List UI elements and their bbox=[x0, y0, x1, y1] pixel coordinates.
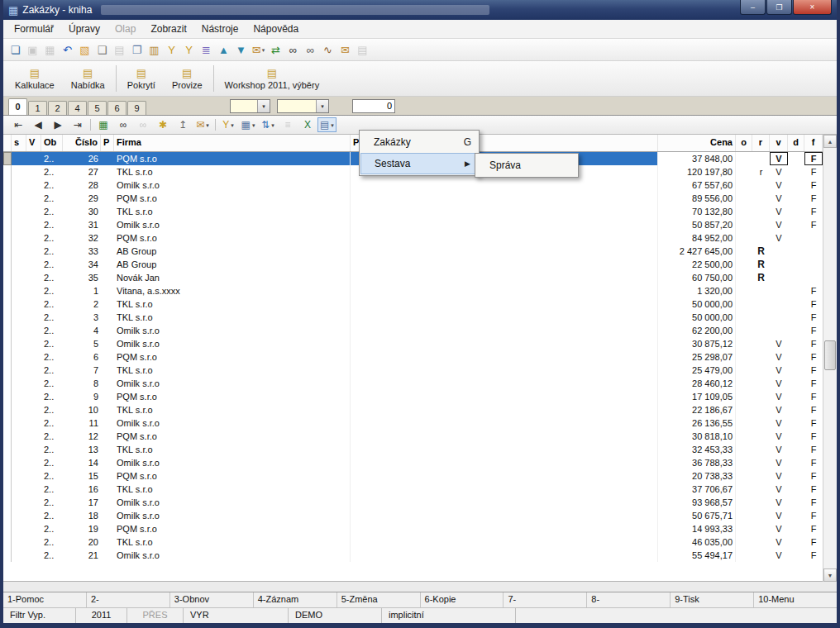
column-header-r[interactable]: r bbox=[752, 135, 770, 151]
table-row[interactable]: 2..6PQM s.r.o25 298,07VF bbox=[3, 350, 823, 364]
chevron-down-icon[interactable]: ▾ bbox=[331, 122, 334, 128]
table-row[interactable]: 2..16TKL s.r.o37 706,67VF bbox=[3, 483, 823, 496]
chevron-down-icon[interactable]: ▾ bbox=[271, 122, 274, 128]
function-key-1-pomoc[interactable]: 1-Pomoc bbox=[3, 592, 86, 607]
column-header-f[interactable]: f bbox=[804, 135, 823, 151]
paste-icon[interactable]: ▥ bbox=[146, 41, 163, 58]
chevron-down-icon[interactable]: ▾ bbox=[252, 122, 255, 128]
filter-combo-1[interactable]: ▾ bbox=[230, 99, 270, 113]
function-key-10-menu[interactable]: 10-Menu bbox=[753, 592, 837, 607]
refresh-grid-icon[interactable]: ▦ bbox=[93, 117, 113, 132]
open-folder-icon[interactable]: ▧ bbox=[76, 41, 93, 58]
function-key-2[interactable]: 2- bbox=[86, 592, 169, 607]
prev-record-icon[interactable]: ◀ bbox=[28, 117, 48, 132]
menu-upravy[interactable]: Úpravy bbox=[61, 21, 107, 37]
chevron-down-icon[interactable]: ▾ bbox=[231, 122, 234, 128]
scroll-down-icon[interactable]: ▼ bbox=[823, 569, 837, 582]
menu-zobrazit[interactable]: Zobrazit bbox=[143, 21, 193, 37]
vertical-scrollbar[interactable]: ▲ ▼ bbox=[823, 135, 837, 582]
table-row[interactable]: 2..31Omilk s.r.o50 857,20VF bbox=[3, 218, 823, 231]
table-row[interactable]: 2..7TKL s.r.o25 479,00VF bbox=[3, 364, 823, 377]
maximize-button[interactable]: ❐ bbox=[766, 0, 792, 15]
sync-icon[interactable]: ⇄ bbox=[267, 41, 284, 58]
send-mail-icon[interactable]: ✉▾ bbox=[193, 117, 212, 132]
function-key-4-zaznam[interactable]: 4-Záznam bbox=[253, 592, 336, 607]
column-header-p[interactable]: P bbox=[101, 135, 114, 151]
column-header-o[interactable]: o bbox=[736, 135, 752, 151]
copy-icon[interactable]: ❐ bbox=[128, 41, 146, 58]
mail-icon[interactable]: ✉ bbox=[336, 41, 354, 58]
table-row[interactable]: 2..21Omilk s.r.o55 494,17VF bbox=[3, 549, 823, 562]
table-row[interactable]: 2..19PQM s.r.o14 993,33VF bbox=[3, 522, 823, 535]
scroll-up-icon[interactable]: ▲ bbox=[823, 135, 837, 148]
column-header-ob[interactable]: Ob bbox=[41, 135, 63, 151]
layers-icon[interactable]: ≣ bbox=[198, 41, 215, 58]
table-row[interactable]: 2..12PQM s.r.o30 818,10VF bbox=[3, 430, 823, 443]
filter-menu-icon[interactable]: Y▾ bbox=[218, 117, 238, 132]
chevron-down-icon[interactable]: ▾ bbox=[316, 100, 328, 112]
tab-6[interactable]: 6 bbox=[107, 101, 126, 115]
table-row[interactable]: 2..32PQM s.r.o84 952,00V bbox=[3, 231, 823, 245]
table-row[interactable]: 2..14Omilk s.r.o36 788,33VF bbox=[3, 456, 823, 469]
context-submenu-item-sprava[interactable]: Správa bbox=[476, 155, 577, 176]
column-header-cislo[interactable]: Číslo bbox=[63, 135, 101, 151]
excel-export-icon[interactable]: X bbox=[298, 117, 317, 132]
record-count-field[interactable]: 0 bbox=[352, 99, 395, 113]
button-pokryti[interactable]: ▤Pokrytí bbox=[119, 61, 164, 96]
find-icon[interactable]: ∞ bbox=[113, 117, 133, 132]
table-row[interactable]: 2..3TKL s.r.o50 000,00F bbox=[3, 311, 823, 324]
table-row[interactable]: 2..17Omilk s.r.o93 968,57VF bbox=[3, 496, 823, 509]
table-row[interactable]: 2..30TKL s.r.o70 132,80VF bbox=[3, 205, 823, 218]
function-key-8[interactable]: 8- bbox=[586, 592, 670, 607]
table-row[interactable]: 2..29PQM s.r.o89 556,00VF bbox=[3, 192, 823, 205]
menu-formular[interactable]: Formulář bbox=[7, 21, 61, 37]
tab-5[interactable]: 5 bbox=[88, 101, 107, 115]
last-record-icon[interactable]: ⇥ bbox=[68, 117, 88, 132]
table-row[interactable]: 2..33AB Group2 427 645,00R bbox=[3, 245, 823, 258]
table-row[interactable]: 2..18Omilk s.r.o50 675,71VF bbox=[3, 509, 823, 522]
column-header-firma[interactable]: Firma bbox=[114, 135, 351, 151]
new-document-icon[interactable]: ❑ bbox=[93, 41, 111, 58]
find-icon[interactable]: ∞ bbox=[284, 41, 302, 58]
menu-nastroje[interactable]: Nástroje bbox=[194, 21, 246, 37]
next-record-icon[interactable]: ▶ bbox=[48, 117, 68, 132]
sort-menu-icon[interactable]: ⇅▾ bbox=[258, 117, 278, 132]
tab-2[interactable]: 2 bbox=[48, 101, 67, 115]
close-button[interactable]: × bbox=[793, 0, 832, 15]
table-row[interactable]: 2..13TKL s.r.o32 453,33VF bbox=[3, 443, 823, 456]
chevron-down-icon[interactable]: ▾ bbox=[257, 100, 270, 112]
tab-1[interactable]: 1 bbox=[28, 101, 47, 115]
column-header-v1[interactable]: V bbox=[26, 135, 41, 151]
tab-9[interactable]: 9 bbox=[127, 101, 146, 115]
scroll-thumb[interactable] bbox=[824, 340, 836, 370]
table-row[interactable]: 2..4Omilk s.r.o62 200,00F bbox=[3, 324, 823, 337]
table-row[interactable]: 2..8Omilk s.r.o28 460,12VF bbox=[3, 377, 823, 390]
dog-icon[interactable]: ∿ bbox=[319, 41, 336, 58]
table-row[interactable]: 2..11Omilk s.r.o26 136,55VF bbox=[3, 416, 823, 430]
function-key-3-obnov[interactable]: 3-Obnov bbox=[169, 592, 253, 607]
table-row[interactable]: 2..2TKL s.r.o50 000,00F bbox=[3, 297, 823, 311]
tab-4[interactable]: 4 bbox=[68, 101, 87, 115]
table-row[interactable]: 2..35Novák Jan60 750,00R bbox=[3, 271, 823, 284]
column-header-d[interactable]: d bbox=[788, 135, 804, 151]
first-record-icon[interactable]: ⇤ bbox=[8, 117, 28, 132]
table-row[interactable]: 2..34AB Group22 500,00R bbox=[3, 258, 823, 271]
table-row[interactable]: 2..1Vitana, a.s.xxxx1 320,00F bbox=[3, 284, 823, 297]
table-row[interactable]: 2..5Omilk s.r.o30 875,12VF bbox=[3, 337, 823, 350]
function-key-6-kopie[interactable]: 6-Kopie bbox=[420, 592, 504, 607]
column-header-cena[interactable]: Cena bbox=[658, 135, 736, 151]
table-row[interactable]: 2..28Omilk s.r.o67 557,60VF bbox=[3, 178, 823, 192]
columns-menu-icon[interactable]: ▦▾ bbox=[238, 117, 258, 132]
undo-icon[interactable]: ↶ bbox=[59, 41, 76, 58]
table-row[interactable]: 2..15PQM s.r.o20 738,33VF bbox=[3, 469, 823, 483]
function-key-5-zmena[interactable]: 5-Změna bbox=[336, 592, 420, 607]
context-menu-item-sestava[interactable]: Sestava▶ bbox=[360, 153, 478, 174]
tab-0[interactable]: 0 bbox=[8, 98, 27, 115]
copy-row-icon[interactable]: ↥ bbox=[173, 117, 193, 132]
send-mail-icon[interactable]: ✉▾ bbox=[250, 41, 267, 58]
minimize-button[interactable]: – bbox=[740, 0, 766, 15]
filter-combo-2[interactable]: ▾ bbox=[277, 99, 329, 113]
table-row[interactable]: 2..10TKL s.r.o22 186,67VF bbox=[3, 403, 823, 416]
column-header-v[interactable]: v bbox=[770, 135, 788, 151]
button-provize[interactable]: ▤Provize bbox=[164, 61, 211, 96]
